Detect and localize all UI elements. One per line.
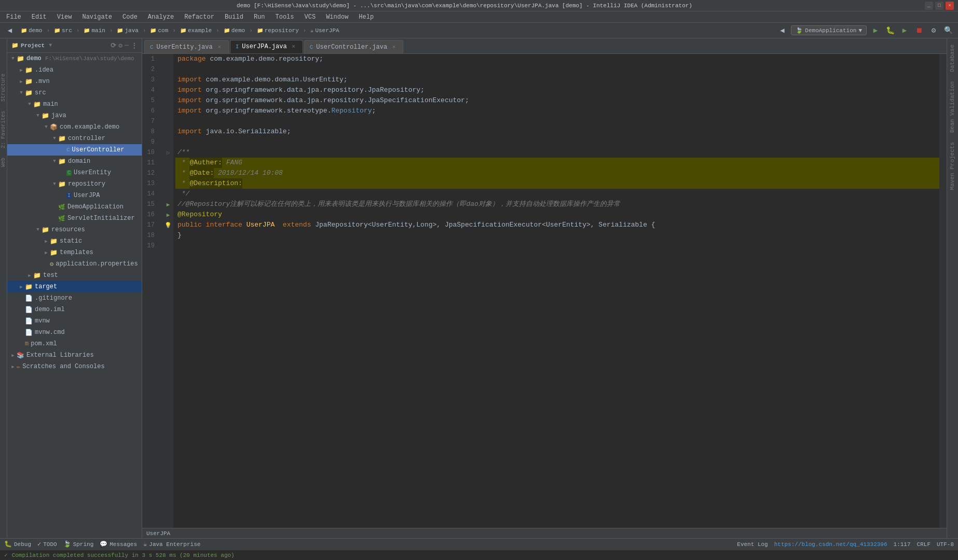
tree-item-userentity[interactable]: C UserEntity: [7, 167, 142, 178]
right-scrollbar[interactable]: [939, 54, 947, 528]
tree-item-demo[interactable]: ▼ 📁 demo F:\HiSense\Java\study\demo: [7, 53, 142, 64]
url-status[interactable]: https://blog.csdn.net/qq_41332396: [774, 541, 887, 548]
tab-userentity[interactable]: C UserEntity.java ×: [144, 40, 229, 53]
database-tab[interactable]: Database: [947, 40, 958, 76]
right-side-tabs: Database Bean Validation Maven Projects: [947, 38, 958, 538]
tree-item-extlibs[interactable]: ▶ 📚 External Libraries: [7, 349, 142, 361]
tree-item-package[interactable]: ▼ 📦 com.example.demo: [7, 121, 142, 133]
back-button[interactable]: ◀: [4, 25, 16, 36]
run-button[interactable]: ▶: [870, 25, 881, 36]
minimize-button[interactable]: _: [925, 2, 933, 10]
breadcrumb-demo[interactable]: 📁 demo: [19, 26, 44, 35]
log-message: Compilation completed successfully in 3 …: [12, 552, 235, 558]
menu-help[interactable]: Help: [354, 12, 378, 22]
tab-close-usercontroller[interactable]: ×: [390, 44, 398, 51]
tab-usercontroller[interactable]: C UserController.java ×: [304, 40, 403, 53]
event-log-status[interactable]: Event Log: [737, 541, 768, 548]
position-status[interactable]: 1:117: [894, 541, 911, 548]
messages-status[interactable]: 💬 Messages: [100, 540, 137, 548]
tree-item-templates[interactable]: ▶ 📁 templates: [7, 247, 142, 258]
tree-item-demoiml[interactable]: 📄 demo.iml: [7, 304, 142, 315]
breadcrumb-main[interactable]: 📁 main: [81, 26, 107, 35]
gutter-fold-10[interactable]: ▷: [163, 147, 173, 158]
breadcrumb-example[interactable]: 📁 example: [178, 26, 214, 35]
code-line-1: package com.example.demo.repository;: [175, 54, 939, 64]
menu-file[interactable]: File: [2, 12, 25, 22]
tree-item-usercontroller[interactable]: C UserController: [7, 144, 142, 156]
gear-icon[interactable]: ⋮: [131, 41, 138, 50]
menu-vcs[interactable]: VCS: [300, 12, 320, 22]
crlf-status[interactable]: CRLF: [917, 541, 930, 548]
tab-close-userentity[interactable]: ×: [216, 44, 223, 51]
search-button[interactable]: 🔍: [942, 25, 954, 36]
menu-refactor[interactable]: Refactor: [180, 12, 218, 22]
encoding-status[interactable]: UTF-8: [937, 541, 954, 548]
tree-item-mvnw[interactable]: 📄 mvnw: [7, 315, 142, 327]
settings-button[interactable]: ⚙: [928, 25, 939, 36]
menu-view[interactable]: View: [53, 12, 76, 22]
maven-projects-tab[interactable]: Maven Projects: [947, 138, 958, 194]
tree-item-resources[interactable]: ▼ 📁 resources: [7, 224, 142, 235]
run-gutter-icon[interactable]: ▶: [167, 201, 170, 208]
stop-button[interactable]: ⏹: [913, 25, 925, 36]
prev-button[interactable]: ◀: [776, 25, 788, 36]
project-tree: ▼ 📁 demo F:\HiSense\Java\study\demo ▶ 📁 …: [7, 53, 142, 538]
todo-status[interactable]: ✓ TODO: [37, 540, 57, 548]
breadcrumb-java[interactable]: 📁 java: [115, 26, 140, 35]
tree-item-test[interactable]: ▶ 📁 test: [7, 270, 142, 281]
code-area[interactable]: package com.example.demo.repository; imp…: [173, 54, 939, 528]
maximize-button[interactable]: □: [935, 2, 943, 10]
menu-build[interactable]: Build: [221, 12, 248, 22]
web-tab[interactable]: Web: [0, 153, 7, 171]
tree-item-servletinitializer[interactable]: 🌿 ServletInitializer: [7, 213, 142, 224]
structure-tab[interactable]: Structure: [0, 69, 7, 106]
tree-item-demoapplication[interactable]: 🌿 DemoApplication: [7, 201, 142, 213]
tree-item-java[interactable]: ▼ 📁 java: [7, 110, 142, 121]
breadcrumb-userjpa[interactable]: ☕ UserJPA: [308, 26, 341, 35]
debug-status[interactable]: 🐛 Debug: [4, 540, 31, 548]
tree-item-mvn[interactable]: ▶ 📁 .mvn: [7, 76, 142, 87]
java-enterprise-status[interactable]: ☕ Java Enterprise: [143, 540, 200, 548]
favorites-tab[interactable]: 2: Favorites: [0, 107, 7, 152]
breadcrumb-repository[interactable]: 📁 repository: [255, 26, 301, 35]
hide-icon[interactable]: ─: [125, 41, 129, 50]
breadcrumb-src[interactable]: 📁 src: [52, 26, 74, 35]
settings-icon[interactable]: ⚙: [118, 41, 122, 50]
fold-icon[interactable]: ▷: [167, 149, 170, 156]
tree-item-src[interactable]: ▼ 📁 src: [7, 87, 142, 99]
tab-close-userjpa[interactable]: ×: [290, 43, 297, 50]
menu-analyze[interactable]: Analyze: [144, 12, 178, 22]
breadcrumb-com[interactable]: 📁 com: [148, 26, 170, 35]
spring-status[interactable]: 🍃 Spring: [63, 540, 94, 548]
run-coverage-button[interactable]: ▶: [899, 25, 910, 36]
tree-item-domain[interactable]: ▼ 📁 domain: [7, 156, 142, 167]
tree-item-scratches[interactable]: ▶ ✏ Scratches and Consoles: [7, 361, 142, 372]
debug-button[interactable]: 🐛: [884, 25, 896, 36]
tree-item-gitignore[interactable]: 📄 .gitignore: [7, 292, 142, 304]
menu-window[interactable]: Window: [322, 12, 352, 22]
menu-edit[interactable]: Edit: [28, 12, 51, 22]
bean-validation-tab[interactable]: Bean Validation: [947, 77, 958, 137]
tree-item-appprops[interactable]: ⚙ application.properties: [7, 258, 142, 270]
tree-item-static[interactable]: ▶ 📁 static: [7, 235, 142, 247]
tab-userjpa[interactable]: I UserJPA.java ×: [230, 40, 303, 53]
tree-item-repository[interactable]: ▼ 📁 repository: [7, 178, 142, 190]
run-gutter-icon2[interactable]: ▶: [167, 212, 170, 218]
tree-item-idea[interactable]: ▶ 📁 .idea: [7, 64, 142, 76]
bulb-icon[interactable]: 💡: [165, 222, 172, 229]
menu-navigate[interactable]: Navigate: [78, 12, 116, 22]
menu-run[interactable]: Run: [250, 12, 269, 22]
run-config[interactable]: 🍃 DemoApplication ▼: [791, 25, 867, 35]
tree-item-pomxml[interactable]: m pom.xml: [7, 338, 142, 349]
breadcrumb-demo2[interactable]: 📁 demo: [222, 26, 247, 35]
close-button[interactable]: ×: [946, 2, 954, 10]
tree-item-userjpa[interactable]: I UserJPA: [7, 190, 142, 201]
tree-item-controller[interactable]: ▼ 📁 controller: [7, 133, 142, 144]
tree-item-main[interactable]: ▼ 📁 main: [7, 99, 142, 110]
project-dropdown-icon[interactable]: ▼: [49, 43, 52, 48]
tree-item-mvnwcmd[interactable]: 📄 mvnw.cmd: [7, 327, 142, 338]
sync-icon[interactable]: ⟳: [111, 41, 116, 50]
menu-code[interactable]: Code: [118, 12, 142, 22]
menu-tools[interactable]: Tools: [271, 12, 298, 22]
tree-item-target[interactable]: ▶ 📁 target: [7, 281, 142, 292]
